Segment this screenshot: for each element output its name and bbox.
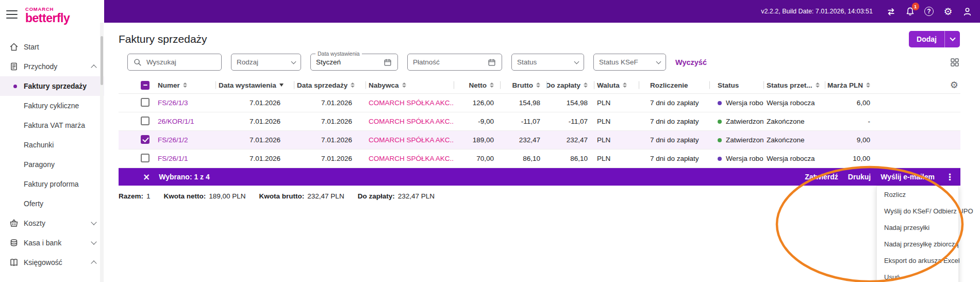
table-row[interactable]: 26/KOR/1/1 7.01.2026 7.01.2026 COMARCH S…: [119, 112, 960, 131]
column-header-data-wystawienia[interactable]: Data wystawienia: [215, 77, 294, 93]
column-header-rozliczenie[interactable]: Rozliczenie: [639, 77, 709, 93]
sidebar-item-faktury-proforma[interactable]: Faktury proforma: [0, 174, 104, 194]
sidebar-item-label: Koszty: [24, 219, 45, 227]
column-header-netto[interactable]: Netto: [454, 77, 500, 93]
settings-gear-icon[interactable]: ⚙: [942, 5, 954, 18]
due-cell: 86,10: [546, 155, 594, 162]
menu-item-nadaj-przesylke-zbiorcza[interactable]: Nadaj przesyłkę zbiorczą: [877, 236, 958, 252]
select-all-checkbox[interactable]: [141, 81, 150, 90]
sidebar-item-faktury-sprzedazy[interactable]: Faktury sprzedaży: [0, 76, 104, 96]
page-title: Faktury sprzedaży: [119, 33, 207, 45]
notifications-bell-icon[interactable]: 1: [904, 5, 916, 18]
print-action[interactable]: Drukuj: [848, 173, 871, 181]
sidebar-item-paragony[interactable]: Paragony: [0, 155, 104, 174]
clear-filters-button[interactable]: Wyczyść: [675, 58, 707, 67]
table-row[interactable]: FS/26/1/1 7.01.2026 7.01.2026 COMARCH SP…: [119, 150, 960, 168]
payment-date-filter[interactable]: Płatność: [407, 54, 502, 71]
menu-item-nadaj-przesylki[interactable]: Nadaj przesyłki: [877, 219, 958, 236]
status-cell: Zatwierdzono: [709, 136, 763, 144]
column-header-nabywca[interactable]: Nabywca: [366, 77, 454, 93]
row-checkbox[interactable]: [141, 135, 150, 144]
sidebar-scrollbar-thumb[interactable]: [101, 36, 103, 85]
add-dropdown-caret[interactable]: [944, 31, 960, 47]
calendar-icon[interactable]: [487, 58, 496, 67]
menu-item-eksport-excel[interactable]: Eksport do arkusza Excel: [877, 252, 958, 269]
table-row[interactable]: FS/26/1/2 7.01.2026 7.01.2026 COMARCH SP…: [119, 131, 960, 150]
summary-total-label: Razem:: [119, 192, 143, 200]
chevron-down-icon: [950, 35, 955, 41]
sort-icon: [584, 82, 588, 88]
search-input[interactable]: [146, 58, 216, 66]
column-header-marza-pln[interactable]: Marża PLN: [825, 77, 876, 93]
column-header-status-przetwarzania[interactable]: Status przet...: [763, 77, 825, 93]
column-header-waluta[interactable]: Waluta: [594, 77, 639, 93]
rodzaj-select[interactable]: Rodzaj: [231, 54, 301, 71]
sidebar-item-kasa-i-bank[interactable]: Kasa i bank: [0, 233, 104, 253]
sidebar-item-label: Oferty: [24, 200, 43, 208]
sidebar-item-koszty[interactable]: Koszty: [0, 213, 104, 233]
add-split-button[interactable]: Dodaj: [909, 31, 960, 47]
kebab-menu-icon[interactable]: ⋮: [945, 172, 954, 182]
invoice-number-link[interactable]: FS/26/1/1: [155, 155, 215, 162]
sort-icon: [536, 82, 540, 88]
sidebar-item-przychody[interactable]: Przychody: [0, 57, 104, 76]
hamburger-menu-icon[interactable]: [6, 10, 18, 21]
row-checkbox[interactable]: [141, 117, 150, 125]
column-header-status[interactable]: Status: [709, 77, 763, 93]
sidebar-item-faktury-cykliczne[interactable]: Faktury cykliczne: [0, 96, 104, 115]
chevron-up-icon: [91, 260, 96, 266]
column-header-do-zaplaty[interactable]: Do zapłaty: [546, 77, 594, 93]
invoice-number-link[interactable]: 26/KOR/1/1: [155, 118, 215, 125]
margin-cell: -: [825, 118, 876, 125]
buyer-link[interactable]: COMARCH SPÓŁKA AKC...: [366, 99, 454, 107]
sidebar-item-faktura-vat-marza[interactable]: Faktura VAT marża: [0, 115, 104, 135]
row-checkbox[interactable]: [141, 154, 150, 162]
exchange-rates-icon[interactable]: [885, 5, 897, 18]
selection-action-bar: × Wybrano: 1 z 4 Zatwierdź Drukuj Wyślij…: [119, 168, 960, 186]
send-email-action[interactable]: Wyślij e-mailem: [881, 173, 935, 181]
issue-date-cell: 7.01.2026: [215, 118, 294, 125]
buyer-link[interactable]: COMARCH SPÓŁKA AKC...: [366, 155, 454, 162]
sidebar-item-ksiegowosc[interactable]: Księgowość: [0, 253, 104, 272]
status-select[interactable]: Status: [511, 54, 584, 71]
sidebar-item-rachunki[interactable]: Rachunki: [0, 135, 104, 155]
gross-cell: -11,07: [500, 118, 546, 125]
grid-view-icon[interactable]: [950, 57, 960, 68]
processing-status-cell: Zakończone: [763, 136, 825, 144]
approve-action[interactable]: Zatwierdź: [805, 173, 838, 181]
invoice-number-link[interactable]: FS/26/1/3: [155, 99, 215, 107]
column-header-numer[interactable]: Numer: [155, 77, 215, 93]
sidebar-item-start[interactable]: Start: [0, 37, 104, 57]
filters-bar: Rodzaj Data wystawienia Styczeń Płatność…: [104, 51, 980, 77]
invoice-number-link[interactable]: FS/26/1/2: [155, 136, 215, 144]
issue-date-filter[interactable]: Data wystawienia Styczeń: [310, 54, 398, 71]
sidebar: COMARCH betterfly Start Przychody Faktur: [0, 0, 104, 282]
sort-icon: [866, 82, 870, 88]
search-field[interactable]: [127, 54, 222, 71]
sale-date-cell: 7.01.2026: [294, 99, 366, 107]
table-row[interactable]: FS/26/1/3 7.01.2026 7.01.2026 COMARCH SP…: [119, 94, 960, 112]
add-button[interactable]: Dodaj: [909, 31, 944, 47]
sidebar-item-oferty[interactable]: Oferty: [0, 194, 104, 213]
sidebar-item-label: Rachunki: [24, 141, 54, 149]
issue-date-value: Styczeń: [316, 58, 341, 66]
table-settings-gear-icon[interactable]: ⚙: [950, 80, 958, 90]
select-placeholder: Rodzaj: [237, 58, 258, 66]
column-header-brutto[interactable]: Brutto: [500, 77, 546, 93]
buyer-link[interactable]: COMARCH SPÓŁKA AKC...: [366, 136, 454, 144]
buyer-link[interactable]: COMARCH SPÓŁKA AKC...: [366, 118, 454, 125]
status-ksef-select[interactable]: Status KSeF: [593, 54, 666, 71]
help-icon[interactable]: ?: [923, 5, 935, 18]
row-checkbox[interactable]: [141, 98, 150, 107]
menu-item-wyslij-do-ksef[interactable]: Wyślij do KSeF/ Odbierz UPO: [877, 203, 958, 219]
menu-item-usun[interactable]: Usuń: [877, 269, 958, 282]
menu-item-rozlicz[interactable]: Rozlicz: [877, 186, 958, 203]
calendar-icon[interactable]: [383, 58, 392, 67]
coins-icon: [9, 238, 19, 248]
column-header-data-sprzedazy[interactable]: Data sprzedaży: [294, 77, 366, 93]
processing-status-cell: Wersja robocza: [763, 99, 825, 107]
close-icon[interactable]: ×: [143, 173, 150, 181]
profile-icon[interactable]: [961, 5, 973, 18]
main-content: Faktury sprzedaży Dodaj Rodzaj Data wyst…: [104, 23, 980, 282]
table-header-row: Numer Data wystawienia Data sprzedaży Na…: [119, 77, 960, 94]
